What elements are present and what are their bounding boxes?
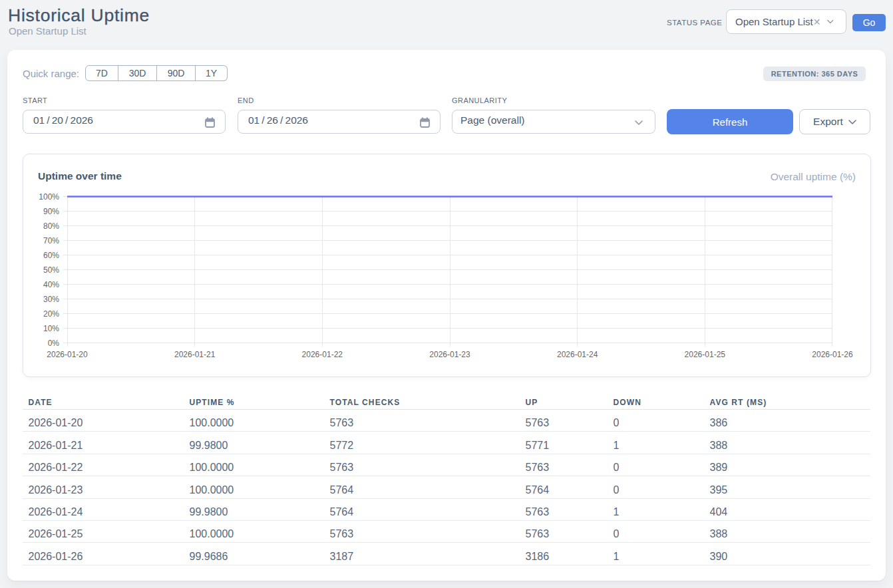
svg-text:80%: 80%: [43, 221, 59, 231]
svg-text:2026-01-24: 2026-01-24: [557, 350, 598, 359]
svg-text:2026-01-22: 2026-01-22: [302, 350, 343, 359]
svg-text:40%: 40%: [43, 280, 59, 289]
svg-text:70%: 70%: [43, 236, 59, 245]
svg-text:90%: 90%: [43, 207, 59, 216]
svg-text:2026-01-21: 2026-01-21: [174, 350, 216, 359]
svg-text:20%: 20%: [43, 309, 59, 319]
svg-text:2026-01-23: 2026-01-23: [429, 350, 470, 359]
svg-text:50%: 50%: [43, 265, 59, 275]
svg-text:0%: 0%: [48, 339, 60, 348]
svg-text:2026-01-20: 2026-01-20: [47, 350, 88, 359]
svg-text:100%: 100%: [39, 192, 59, 202]
svg-text:60%: 60%: [43, 251, 59, 260]
svg-text:30%: 30%: [43, 295, 59, 304]
svg-text:2026-01-26: 2026-01-26: [812, 350, 853, 359]
svg-text:10%: 10%: [43, 324, 59, 333]
svg-text:2026-01-25: 2026-01-25: [685, 350, 726, 359]
